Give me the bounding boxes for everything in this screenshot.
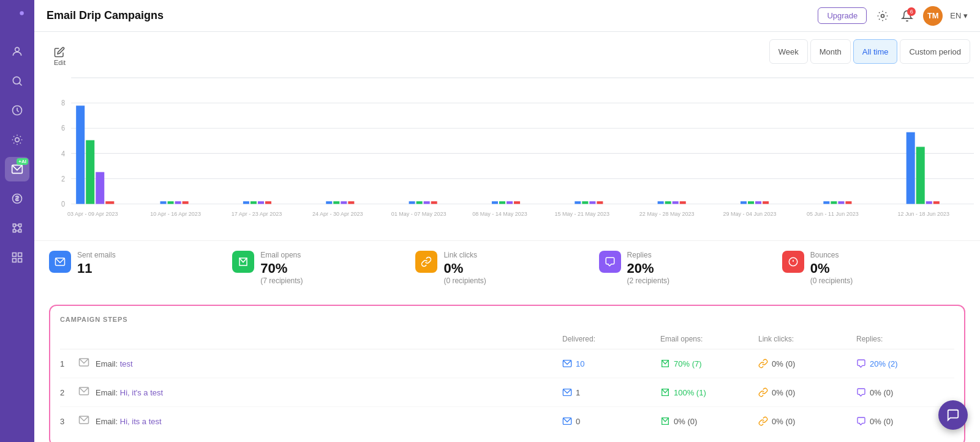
step-opens: 0% (0): [660, 416, 758, 426]
chat-bubble[interactable]: [938, 400, 968, 430]
step-replies: 0% (0): [856, 387, 954, 397]
avatar[interactable]: TM: [923, 6, 943, 26]
bar-chart: 0 2 4 6 8: [34, 71, 980, 231]
sidebar-item-search[interactable]: [5, 69, 29, 93]
notifications-icon[interactable]: 6: [899, 7, 916, 25]
svg-rect-60: [831, 201, 837, 204]
campaign-steps-section: CAMPAIGN STEPS Delivered: Email opens: L…: [49, 305, 965, 442]
language-selector[interactable]: EN ▾: [950, 11, 968, 20]
replies-content: Replies 20% (2 recipients): [627, 251, 669, 285]
upgrade-button[interactable]: Upgrade: [818, 7, 867, 24]
svg-rect-31: [243, 201, 249, 204]
step-link[interactable]: Hi, it's a test: [120, 388, 163, 397]
link-clicks-value: 0%: [443, 261, 486, 276]
svg-text:2: 2: [61, 175, 65, 182]
svg-rect-47: [575, 201, 581, 204]
sidebar-item-dashboard[interactable]: [5, 245, 29, 270]
topnav-right: Upgrade 6 TM EN ▾: [818, 6, 968, 26]
email-opens-sub: (7 recipients): [260, 276, 303, 285]
header-replies: Replies:: [856, 335, 883, 343]
svg-rect-58: [763, 201, 769, 204]
campaign-steps-title: CAMPAIGN STEPS: [60, 316, 954, 323]
step-number: 1: [60, 359, 78, 368]
svg-text:08 May - 14 May 2023: 08 May - 14 May 2023: [472, 210, 527, 217]
svg-rect-63: [907, 132, 915, 204]
stat-bounces: Bounces 0% (0 recipients): [782, 251, 965, 285]
edit-button[interactable]: Edit: [49, 44, 70, 69]
svg-rect-62: [845, 201, 851, 204]
svg-rect-32: [251, 201, 257, 204]
svg-rect-45: [507, 201, 513, 204]
link-clicks-sub: (0 recipients): [443, 276, 486, 285]
step-number: 3: [60, 417, 78, 426]
replies-icon: [599, 251, 621, 273]
page-title: Email Drip Campaigns: [47, 9, 164, 22]
sidebar-item-automation[interactable]: [5, 128, 29, 152]
svg-text:6: 6: [61, 124, 65, 132]
svg-rect-66: [933, 201, 940, 204]
svg-rect-51: [658, 201, 664, 204]
svg-text:29 May - 04 Jun 2023: 29 May - 04 Jun 2023: [723, 210, 776, 217]
filter-alltime[interactable]: All time: [853, 39, 898, 64]
filter-custom[interactable]: Custom period: [900, 39, 970, 64]
sent-emails-label: Sent emails: [77, 251, 116, 259]
svg-rect-57: [755, 201, 761, 204]
sidebar-item-revenue[interactable]: [5, 186, 29, 211]
svg-point-4: [15, 138, 20, 142]
replies-value: 20%: [627, 261, 669, 276]
svg-rect-64: [916, 147, 925, 204]
svg-rect-61: [838, 201, 844, 204]
svg-point-2: [13, 77, 20, 84]
filter-month[interactable]: Month: [810, 39, 851, 64]
svg-text:15 May - 21 May 2023: 15 May - 21 May 2023: [555, 210, 610, 217]
svg-rect-48: [582, 201, 588, 204]
replies-sub: (2 recipients): [627, 276, 669, 285]
step-icon: [78, 357, 96, 370]
sidebar-item-email[interactable]: +AI: [5, 157, 29, 181]
svg-rect-9: [13, 259, 17, 262]
step-icon: [78, 386, 96, 399]
svg-point-0: [20, 11, 24, 15]
svg-rect-24: [86, 140, 94, 204]
svg-text:12 Jun - 18 Jun 2023: 12 Jun - 18 Jun 2023: [897, 210, 949, 217]
svg-rect-59: [823, 201, 829, 204]
sent-emails-content: Sent emails 11: [77, 251, 116, 276]
svg-rect-52: [665, 201, 671, 204]
topnav: Email Drip Campaigns Upgrade 6 TM EN ▾: [34, 0, 980, 32]
email-opens-value: 70%: [260, 261, 303, 276]
step-delivered: 0: [562, 416, 660, 426]
header-clicks: Link clicks:: [758, 335, 794, 343]
svg-rect-30: [183, 201, 189, 204]
svg-text:22 May - 28 May 2023: 22 May - 28 May 2023: [639, 210, 695, 217]
svg-rect-55: [741, 201, 747, 204]
sidebar-item-contacts[interactable]: [5, 39, 29, 64]
email-badge: +AI: [17, 158, 28, 165]
step-name: Email: Hi, it's a test: [96, 388, 562, 397]
step-opens: 70% (7): [660, 359, 758, 368]
step-replies: 20% (2): [856, 359, 954, 368]
link-clicks-content: Link clicks 0% (0 recipients): [443, 251, 486, 285]
stat-sent-emails: Sent emails 11: [49, 251, 232, 285]
settings-icon[interactable]: [874, 7, 891, 25]
svg-text:17 Apr - 23 Apr 2023: 17 Apr - 23 Apr 2023: [232, 210, 282, 217]
notification-badge: 6: [907, 7, 916, 16]
step-link[interactable]: Hi, its a test: [120, 417, 162, 426]
bounces-content: Bounces 0% (0 recipients): [810, 251, 853, 285]
sent-emails-value: 11: [77, 261, 116, 276]
edit-area: Edit: [44, 39, 70, 71]
campaign-table-header: Delivered: Email opens: Link clicks: Rep…: [60, 330, 954, 349]
step-link[interactable]: test: [120, 359, 133, 368]
svg-rect-46: [514, 201, 520, 204]
bounces-sub: (0 recipients): [810, 276, 853, 285]
step-clicks: 0% (0): [758, 416, 856, 426]
email-opens-content: Email opens 70% (7 recipients): [260, 251, 303, 285]
sidebar-item-activity[interactable]: [5, 98, 29, 123]
svg-rect-25: [96, 172, 104, 204]
svg-rect-27: [160, 201, 167, 204]
svg-rect-41: [424, 201, 430, 204]
svg-rect-54: [680, 201, 686, 204]
sidebar-item-integrations[interactable]: [5, 216, 29, 240]
filter-week[interactable]: Week: [769, 39, 808, 64]
step-name: Email: Hi, its a test: [96, 417, 562, 426]
step-number: 2: [60, 388, 78, 397]
